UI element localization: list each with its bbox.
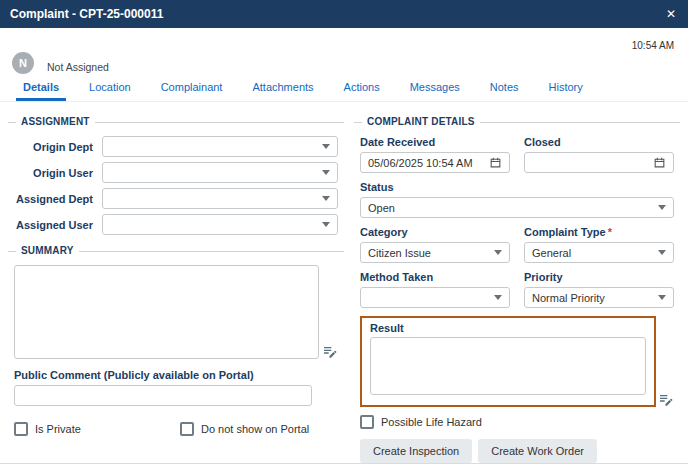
is-private-group: Is Private bbox=[14, 422, 180, 436]
summary-section: SUMMARY Public Comment (Publicly availab… bbox=[8, 251, 344, 436]
complaint-details-legend: COMPLAINT DETAILS bbox=[362, 116, 480, 127]
date-received-input[interactable]: 05/06/2025 10:54 AM bbox=[360, 152, 510, 173]
priority-value: Normal Priority bbox=[532, 292, 658, 304]
chevron-down-icon bbox=[658, 205, 666, 210]
chevron-down-icon bbox=[322, 144, 330, 149]
action-buttons-row: Create Inspection Create Work Order bbox=[360, 439, 674, 463]
origin-user-label: Origin User bbox=[14, 167, 102, 179]
complaint-type-label: Complaint Type* bbox=[524, 226, 674, 238]
edit-icon[interactable] bbox=[658, 391, 674, 407]
chevron-down-icon bbox=[658, 250, 666, 255]
assigned-user-row: Assigned User bbox=[14, 214, 338, 235]
is-private-label: Is Private bbox=[35, 423, 81, 435]
summary-field-wrap bbox=[14, 265, 338, 359]
assigned-user-label: Not Assigned bbox=[47, 61, 109, 73]
life-hazard-checkbox[interactable] bbox=[360, 415, 374, 429]
create-inspection-button[interactable]: Create Inspection bbox=[360, 439, 472, 463]
category-row: Category Citizen Issue Complaint Type* G… bbox=[360, 226, 674, 263]
method-taken-group: Method Taken bbox=[360, 271, 510, 308]
method-taken-select[interactable] bbox=[360, 287, 510, 308]
closed-input[interactable] bbox=[524, 152, 674, 173]
calendar-icon[interactable] bbox=[489, 156, 502, 169]
category-value: Citizen Issue bbox=[368, 247, 494, 259]
public-comment-label: Public Comment (Publicly available on Po… bbox=[14, 369, 338, 381]
left-column: ASSIGNMENT Origin Dept Origin User bbox=[8, 114, 344, 463]
tab-attachments[interactable]: Attachments bbox=[237, 74, 328, 101]
chevron-down-icon bbox=[322, 196, 330, 201]
origin-dept-select[interactable] bbox=[102, 136, 338, 157]
status-group: Status Open bbox=[360, 181, 674, 218]
result-label: Result bbox=[370, 322, 646, 334]
edit-icon[interactable] bbox=[322, 343, 338, 359]
close-icon[interactable]: ✕ bbox=[664, 7, 678, 21]
no-portal-label: Do not show on Portal bbox=[201, 423, 309, 435]
create-work-order-button[interactable]: Create Work Order bbox=[478, 439, 597, 463]
origin-dept-label: Origin Dept bbox=[14, 141, 102, 153]
tab-details[interactable]: Details bbox=[8, 74, 74, 101]
complaint-type-select[interactable]: General bbox=[524, 242, 674, 263]
record-timestamp: 10:54 AM bbox=[632, 40, 674, 51]
status-value: Open bbox=[368, 202, 658, 214]
date-received-group: Date Received 05/06/2025 10:54 AM bbox=[360, 136, 510, 173]
assigned-user-select[interactable] bbox=[102, 214, 338, 235]
modal-footer: Save Close bbox=[0, 463, 688, 468]
result-field-wrap: Result bbox=[360, 316, 674, 407]
origin-user-row: Origin User bbox=[14, 162, 338, 183]
chevron-down-icon bbox=[322, 222, 330, 227]
assigned-dept-label: Assigned Dept bbox=[14, 193, 102, 205]
priority-group: Priority Normal Priority bbox=[524, 271, 674, 308]
tab-notes[interactable]: Notes bbox=[475, 74, 534, 101]
required-asterisk: * bbox=[608, 226, 612, 238]
tab-location[interactable]: Location bbox=[74, 74, 146, 101]
category-label: Category bbox=[360, 226, 510, 238]
priority-select[interactable]: Normal Priority bbox=[524, 287, 674, 308]
life-hazard-label: Possible Life Hazard bbox=[381, 416, 482, 428]
complaint-type-value: General bbox=[532, 247, 658, 259]
content-area: ASSIGNMENT Origin Dept Origin User bbox=[0, 102, 688, 463]
no-portal-group: Do not show on Portal bbox=[180, 422, 309, 436]
method-priority-row: Method Taken Priority Normal Priority bbox=[360, 271, 674, 308]
public-comment-input[interactable] bbox=[14, 385, 312, 406]
avatar: N bbox=[12, 52, 34, 74]
chevron-down-icon bbox=[658, 295, 666, 300]
closed-label: Closed bbox=[524, 136, 674, 148]
life-hazard-group: Possible Life Hazard bbox=[360, 415, 674, 429]
assigned-user-field-label: Assigned User bbox=[14, 219, 102, 231]
status-select[interactable]: Open bbox=[360, 197, 674, 218]
complaint-type-group: Complaint Type* General bbox=[524, 226, 674, 263]
is-private-checkbox[interactable] bbox=[14, 422, 28, 436]
window-titlebar: Complaint - CPT-25-000011 ✕ bbox=[0, 0, 688, 28]
tab-history[interactable]: History bbox=[534, 74, 598, 101]
chevron-down-icon bbox=[494, 295, 502, 300]
assignment-legend: ASSIGNMENT bbox=[16, 116, 95, 127]
complaint-modal: Complaint - CPT-25-000011 ✕ N Not Assign… bbox=[0, 0, 688, 468]
no-portal-checkbox[interactable] bbox=[180, 422, 194, 436]
right-column: COMPLAINT DETAILS Date Received 05/06/20… bbox=[354, 114, 680, 463]
summary-legend: SUMMARY bbox=[16, 245, 79, 256]
record-info-row: N Not Assigned 10:54 AM bbox=[0, 28, 688, 74]
assigned-dept-select[interactable] bbox=[102, 188, 338, 209]
tab-bar: Details Location Complainant Attachments… bbox=[0, 74, 688, 102]
window-title: Complaint - CPT-25-000011 bbox=[10, 7, 664, 21]
dates-row: Date Received 05/06/2025 10:54 AM Closed bbox=[360, 136, 674, 173]
result-textarea[interactable] bbox=[370, 337, 646, 395]
complaint-details-section: COMPLAINT DETAILS Date Received 05/06/20… bbox=[354, 122, 680, 463]
result-highlight: Result bbox=[360, 316, 656, 407]
summary-textarea[interactable] bbox=[14, 265, 319, 359]
summary-checkbox-row: Is Private Do not show on Portal bbox=[14, 422, 338, 436]
category-select[interactable]: Citizen Issue bbox=[360, 242, 510, 263]
tab-messages[interactable]: Messages bbox=[395, 74, 475, 101]
date-received-value: 05/06/2025 10:54 AM bbox=[368, 157, 489, 169]
assigned-dept-row: Assigned Dept bbox=[14, 188, 338, 209]
origin-user-select[interactable] bbox=[102, 162, 338, 183]
origin-dept-row: Origin Dept bbox=[14, 136, 338, 157]
chevron-down-icon bbox=[322, 170, 330, 175]
calendar-icon[interactable] bbox=[653, 156, 666, 169]
tab-complainant[interactable]: Complainant bbox=[146, 74, 238, 101]
assignment-section: ASSIGNMENT Origin Dept Origin User bbox=[8, 122, 344, 235]
tab-actions[interactable]: Actions bbox=[329, 74, 395, 101]
chevron-down-icon bbox=[494, 250, 502, 255]
priority-label: Priority bbox=[524, 271, 674, 283]
category-group: Category Citizen Issue bbox=[360, 226, 510, 263]
closed-group: Closed bbox=[524, 136, 674, 173]
